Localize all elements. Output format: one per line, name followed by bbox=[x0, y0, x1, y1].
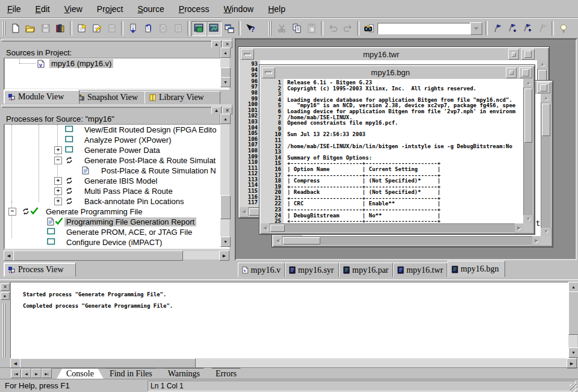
process-row[interactable]: + Multi Pass Place & Route bbox=[4, 186, 220, 196]
doc-tab-mpy16-syr[interactable]: mpy16.syr bbox=[285, 263, 339, 277]
toolbar-drag-handle[interactable] bbox=[269, 21, 273, 36]
scroll-down-button[interactable]: ▼ bbox=[220, 77, 231, 87]
scroll-thumb[interactable] bbox=[220, 67, 231, 78]
menu-window[interactable]: Window bbox=[216, 0, 261, 17]
doc-tab-mpy16-bgn[interactable]: mpy16.bgn bbox=[447, 261, 505, 277]
collapse-minus-icon[interactable]: − bbox=[54, 157, 62, 164]
scroll-right-button[interactable]: ▶ bbox=[219, 250, 229, 261]
doc-disabled-a-button[interactable] bbox=[155, 21, 170, 36]
processes-pane-grip[interactable] bbox=[1, 105, 232, 108]
source-item-mpy16[interactable]: mpy16 (mpy16.v) bbox=[4, 58, 217, 69]
console-hscrollbar[interactable]: ◀ ▶ bbox=[10, 358, 577, 367]
undo-button[interactable] bbox=[325, 21, 340, 36]
pane-close-button[interactable]: ✕ bbox=[1, 283, 10, 291]
tab-snapshot-view[interactable]: Snapshot View bbox=[72, 91, 152, 104]
tab-scroll-first-button[interactable]: |◀ bbox=[11, 369, 21, 378]
bookmark-flag-3-button[interactable] bbox=[520, 21, 535, 36]
scroll-left-button[interactable]: ◀ bbox=[240, 207, 248, 217]
scroll-up-button[interactable]: ▲ bbox=[537, 60, 548, 69]
scroll-down-button[interactable]: ▼ bbox=[568, 347, 578, 358]
par-vscrollbar[interactable]: ▲ ▼ bbox=[541, 94, 552, 236]
resize-grip[interactable] bbox=[570, 384, 577, 392]
expand-plus-icon[interactable]: + bbox=[54, 177, 62, 185]
process-row[interactable]: − Generate Post-Place & Route Simulat bbox=[4, 155, 220, 166]
toolbar-drag-handle[interactable] bbox=[2, 21, 7, 36]
tab-scroll-next-button[interactable]: ▶ bbox=[31, 369, 42, 378]
scroll-thumb[interactable] bbox=[13, 250, 183, 261]
scroll-down-button[interactable]: ▼ bbox=[220, 237, 231, 247]
scroll-thumb[interactable] bbox=[524, 89, 532, 143]
new-document-button[interactable] bbox=[8, 21, 23, 36]
menu-project[interactable]: Project bbox=[90, 0, 131, 17]
minimize-button[interactable] bbox=[508, 49, 519, 60]
tip-button[interactable] bbox=[556, 21, 571, 36]
bgn-vscrollbar[interactable]: ▲ ▼ bbox=[523, 79, 533, 223]
process-row[interactable]: + Generate IBIS Model bbox=[4, 176, 220, 186]
scroll-thumb[interactable] bbox=[542, 104, 550, 136]
menu-help[interactable]: Help bbox=[261, 0, 293, 17]
doc-disabled-b-button[interactable] bbox=[170, 21, 185, 36]
window-toggle-a-button[interactable] bbox=[191, 21, 207, 36]
bookmark-flag-1-button[interactable] bbox=[489, 21, 505, 36]
scroll-up-button[interactable]: ▲ bbox=[220, 114, 231, 124]
cascade-windows-button[interactable] bbox=[222, 21, 237, 36]
process-row[interactable]: − Generate Programming File bbox=[4, 207, 220, 217]
sources-scrollbar[interactable]: ▲ ▼ bbox=[220, 48, 229, 87]
scroll-right-button[interactable]: ▶ bbox=[532, 236, 541, 246]
scroll-thumb[interactable] bbox=[220, 195, 231, 219]
tab-console[interactable]: Console bbox=[57, 368, 104, 379]
paste-button[interactable] bbox=[304, 21, 319, 36]
process-row[interactable]: Configure Device (iMPACT) bbox=[4, 237, 220, 247]
tab-module-view[interactable]: Module View bbox=[4, 90, 79, 104]
bgn-hscrollbar[interactable]: ◀ ▶ bbox=[261, 223, 523, 233]
scroll-thumb[interactable] bbox=[270, 225, 285, 232]
open-folder-button[interactable] bbox=[23, 21, 38, 36]
tab-library-view[interactable]: Library View bbox=[144, 91, 220, 104]
pane-drag-handle[interactable] bbox=[2, 303, 5, 358]
tab-scroll-prev-button[interactable]: ◀ bbox=[21, 369, 31, 378]
par-hscrollbar[interactable]: ◀ ▶ bbox=[273, 236, 541, 246]
context-help-button[interactable]: ? bbox=[243, 21, 258, 36]
tab-errors[interactable]: Errors bbox=[206, 368, 246, 379]
maximize-button[interactable] bbox=[519, 67, 532, 78]
redo-button[interactable] bbox=[340, 21, 355, 36]
pane-expand-button[interactable]: ▸ bbox=[1, 292, 10, 300]
new-source-button[interactable] bbox=[74, 21, 89, 36]
save-button[interactable] bbox=[38, 21, 53, 36]
console-vscrollbar[interactable]: ▲ ▼ bbox=[568, 282, 577, 358]
menu-source[interactable]: Source bbox=[130, 0, 171, 17]
process-row[interactable]: Generate PROM, ACE, or JTAG File bbox=[4, 227, 220, 237]
find-in-files-button[interactable] bbox=[361, 21, 376, 36]
scroll-up-button[interactable]: ▲ bbox=[220, 48, 231, 58]
bookmark-flag-4-button[interactable] bbox=[535, 21, 550, 36]
process-row[interactable]: Analyze Power (XPower) bbox=[4, 135, 220, 145]
window-mpy16-bgn[interactable]: mpy16.bgn 1 2 3 4 5 6 7 8 9 10 11 12 13 … bbox=[259, 65, 535, 234]
expand-plus-icon[interactable]: + bbox=[54, 146, 62, 154]
doc-tab-mpy16-twr[interactable]: mpy16.twr bbox=[393, 263, 447, 277]
process-row[interactable]: View/Edit Routed Design (FPGA Edito bbox=[4, 125, 220, 135]
window-menu-button[interactable] bbox=[262, 67, 275, 78]
window-menu-button[interactable] bbox=[241, 49, 254, 60]
tab-scroll-last-button[interactable]: ▶| bbox=[42, 369, 52, 378]
tab-find-in-files[interactable]: Find in Files bbox=[100, 368, 162, 379]
open-project-button[interactable] bbox=[53, 21, 68, 36]
scroll-right-button[interactable]: ▶ bbox=[515, 223, 523, 233]
maximize-button[interactable] bbox=[521, 49, 535, 60]
scroll-up-button[interactable]: ▲ bbox=[541, 94, 552, 102]
collapse-minus-icon[interactable]: − bbox=[8, 208, 16, 216]
maximize-button[interactable] bbox=[537, 82, 550, 93]
search-input[interactable] bbox=[378, 23, 470, 34]
bgn-titlebar[interactable]: mpy16.bgn bbox=[261, 66, 533, 79]
twr-titlebar[interactable]: mpy16.twr bbox=[240, 48, 548, 61]
cut-button[interactable] bbox=[274, 21, 289, 36]
doc-refresh-button[interactable] bbox=[140, 21, 155, 36]
process-row[interactable]: + Back-annotate Pin Locations bbox=[4, 196, 220, 207]
scroll-down-button[interactable]: ▼ bbox=[523, 215, 533, 223]
window-toggle-b-button[interactable] bbox=[207, 21, 222, 36]
tab-process-view[interactable]: Process View bbox=[4, 263, 76, 276]
copy-button[interactable] bbox=[289, 21, 304, 36]
scroll-left-button[interactable]: ◀ bbox=[261, 223, 269, 233]
expand-plus-icon[interactable]: + bbox=[54, 198, 62, 205]
menu-edit[interactable]: Edit bbox=[28, 0, 57, 17]
search-dropdown-button[interactable] bbox=[470, 22, 482, 35]
